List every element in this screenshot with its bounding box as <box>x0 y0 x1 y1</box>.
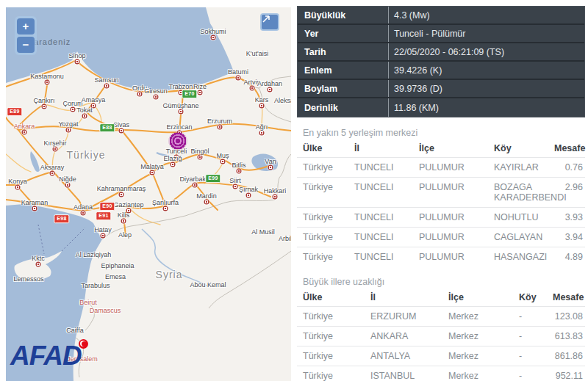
fullscreen-expand-button[interactable] <box>260 13 279 31</box>
table-cell: Merkez <box>448 366 519 381</box>
city-marker <box>119 192 124 197</box>
city-marker <box>75 59 80 64</box>
column-header: Köy <box>494 139 554 158</box>
table-row: TürkiyeERZURUMMerkez-123.08 <box>297 307 585 327</box>
road-shield: E70 <box>182 90 197 98</box>
zoom-in-button[interactable]: + <box>17 18 35 35</box>
city-marker <box>204 199 209 204</box>
big-cities-title: Büyük illere uzaklığı <box>303 277 585 287</box>
city-marker <box>268 164 273 170</box>
parameter-value: 11.86 (KM) <box>388 98 584 117</box>
parameter-label: Yer <box>298 29 388 39</box>
earthquake-epicenter-marker[interactable] <box>168 131 187 150</box>
city-marker <box>198 154 203 159</box>
afad-logo-text: AFAD <box>10 341 82 371</box>
table-cell: 3.94 <box>554 228 585 247</box>
table-cell: - <box>519 307 553 327</box>
table-cell: NOHUTLU <box>494 208 554 228</box>
parameter-row: YerTunceli - Pülümür <box>298 25 584 43</box>
table-cell: TUNCELI <box>354 178 419 208</box>
city-marker <box>268 87 273 92</box>
parameter-value: 39.9736 (D) <box>388 80 584 97</box>
city-marker <box>121 218 126 223</box>
table-cell: Türkiye <box>297 366 370 381</box>
city-marker <box>119 128 124 133</box>
city-marker <box>65 182 71 187</box>
table-row: TürkiyeANKARAMerkez-613.83 <box>297 327 585 346</box>
city-marker <box>81 210 86 215</box>
column-header: Mesafe <box>554 139 585 158</box>
table-row: TürkiyeTUNCELIPULUMURNOHUTLU3.93 <box>297 208 585 228</box>
city-marker <box>36 261 41 266</box>
parameter-value: Tunceli - Pülümür <box>388 25 584 42</box>
table-header-row: ÜlkeİlİlçeKöyMesafe <box>297 139 585 158</box>
column-header: Ülke <box>297 139 354 158</box>
table-cell: ISTANBUL <box>370 366 448 381</box>
table-cell: Türkiye <box>297 178 354 208</box>
parameter-value: 39.4226 (K) <box>388 62 584 79</box>
table-cell: HASANGAZI <box>494 247 554 267</box>
parameter-label: Büyüklük <box>298 10 388 21</box>
parameter-label: Derinlik <box>298 103 388 113</box>
city-marker <box>237 168 242 173</box>
column-header: Köy <box>519 289 553 307</box>
city-marker <box>236 75 241 80</box>
column-header: Mesafe <box>553 289 585 307</box>
city-marker <box>91 103 96 108</box>
city-marker <box>50 170 55 175</box>
city-marker <box>66 127 71 132</box>
table-row: TürkiyeTUNCELIPULUMURBOZAGA KARADERBENDI… <box>297 178 585 208</box>
city-marker <box>259 130 265 135</box>
map-canvas[interactable]: KaradenizTürkiyeSyriaSokhumiK'ut'aisiBat… <box>6 7 291 381</box>
table-cell: TUNCELI <box>354 247 419 267</box>
table-cell: - <box>519 327 553 346</box>
city-marker <box>250 85 255 90</box>
parameter-row: Enlem39.4226 (K) <box>298 62 584 80</box>
city-marker <box>22 129 27 134</box>
city-marker <box>198 90 203 95</box>
column-header: İlçe <box>448 289 519 307</box>
city-marker <box>273 194 278 199</box>
table-cell: ANKARA <box>370 327 448 346</box>
table-cell: Türkiye <box>297 247 354 267</box>
city-marker <box>42 104 47 109</box>
parameter-row: Boylam39.9736 (D) <box>298 80 584 98</box>
table-cell: PULUMUR <box>419 178 494 208</box>
table-cell: Merkez <box>448 346 519 366</box>
nearest-settlements-title: En yakın 5 yerleşim merkezi <box>303 128 585 138</box>
table-cell: ANTALYA <box>370 346 448 366</box>
road-shield: E88 <box>99 123 115 132</box>
table-cell: BOZAGA KARADERBENDI <box>494 178 554 208</box>
afad-logo: AFAD <box>10 342 82 369</box>
map-zoom-control: + − <box>15 16 37 55</box>
table-cell: PULUMUR <box>419 158 494 178</box>
city-marker <box>71 106 76 112</box>
parameter-label: Enlem <box>298 65 388 76</box>
table-cell: CAGLAYAN <box>494 228 554 247</box>
table-header-row: ÜlkeİlİlçeKöyMesafe <box>297 289 585 307</box>
table-cell: KAYIRLAR <box>494 158 554 178</box>
city-marker <box>163 206 168 211</box>
table-row: TürkiyeTUNCELIPULUMURKAYIRLAR0.76 <box>297 158 585 178</box>
table-cell: Türkiye <box>297 307 370 327</box>
table-cell: - <box>519 366 553 381</box>
table-cell: Türkiye <box>297 228 354 247</box>
road-shield: E98 <box>54 214 69 223</box>
table-cell: TUNCELI <box>354 158 419 178</box>
city-marker <box>233 184 238 189</box>
nearest-settlements-table: ÜlkeİlİlçeKöyMesafe TürkiyeTUNCELIPULUMU… <box>297 139 585 266</box>
parameter-value: 22/05/2020 - 06:21:09 (TS) <box>388 43 584 60</box>
parameter-label: Tarih <box>298 47 388 57</box>
city-marker <box>218 124 223 129</box>
table-cell: 861.86 <box>553 346 585 366</box>
table-cell: TUNCELI <box>354 228 419 247</box>
zoom-out-button[interactable]: − <box>17 37 35 53</box>
turkish-crescent-icon <box>79 339 88 349</box>
city-marker <box>174 154 179 159</box>
city-marker <box>104 83 110 88</box>
table-cell: Türkiye <box>297 327 370 346</box>
city-marker <box>220 159 226 164</box>
city-marker <box>15 184 21 189</box>
table-cell: PULUMUR <box>419 208 494 228</box>
table-cell: 3.93 <box>554 208 585 228</box>
